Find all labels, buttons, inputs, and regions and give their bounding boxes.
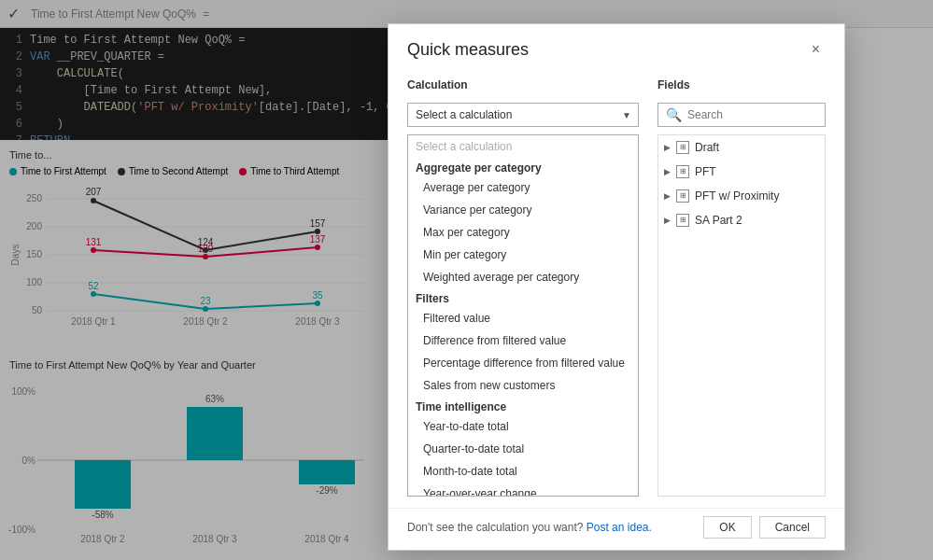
calculation-panel: Calculation Select a calculation ▼ Selec… xyxy=(407,78,639,497)
dropdown-group-filters: Filters xyxy=(408,288,638,307)
dropdown-item-max-per-cat[interactable]: Max per category xyxy=(408,221,638,244)
dialog-footer: Don't see the calculation you want? Post… xyxy=(389,508,844,550)
dropdown-group-aggregate: Aggregate per category xyxy=(408,158,638,176)
dropdown-placeholder[interactable]: Select a calculation xyxy=(408,135,638,158)
search-input[interactable] xyxy=(687,108,817,121)
calculation-dropdown-list[interactable]: Select a calculation Aggregate per categ… xyxy=(407,134,639,497)
field-table-icon-draft: ⊞ xyxy=(676,141,689,154)
fields-panel: Fields 🔍 ▶ ⊞ Draft ▶ ⊞ PFT xyxy=(657,78,826,497)
field-item-pft[interactable]: ▶ ⊞ PFT xyxy=(658,160,825,184)
dialog-body: Calculation Select a calculation ▼ Selec… xyxy=(389,67,844,508)
calculation-select[interactable]: Select a calculation xyxy=(407,103,639,127)
dialog-close-button[interactable]: × xyxy=(806,39,826,60)
calculation-select-wrapper: Select a calculation ▼ xyxy=(407,103,639,127)
footer-link[interactable]: Post an idea. xyxy=(587,521,652,534)
dropdown-item-yoy[interactable]: Year-over-year change xyxy=(408,483,638,497)
dropdown-item-sales-new-customers[interactable]: Sales from new customers xyxy=(408,374,638,397)
fields-label: Fields xyxy=(657,78,826,91)
field-table-icon-pft: ⊞ xyxy=(676,165,689,178)
dropdown-item-ytd[interactable]: Year-to-date total xyxy=(408,415,638,438)
field-table-icon-pft-proximity: ⊞ xyxy=(676,189,689,203)
field-expand-sa-part2: ▶ xyxy=(664,211,671,230)
footer-text: Don't see the calculation you want? Post… xyxy=(407,521,652,534)
dropdown-group-time-intelligence: Time intelligence xyxy=(408,397,638,415)
calculation-label: Calculation xyxy=(407,78,639,91)
field-table-icon-sa-part2: ⊞ xyxy=(676,214,689,227)
dropdown-item-diff-filtered[interactable]: Difference from filtered value xyxy=(408,329,638,352)
field-expand-pft: ▶ xyxy=(664,162,671,181)
dropdown-item-qtd[interactable]: Quarter-to-date total xyxy=(408,438,638,460)
field-label-draft: Draft xyxy=(695,138,719,157)
field-expand-draft: ▶ xyxy=(664,138,671,157)
field-expand-pft-proximity: ▶ xyxy=(664,187,671,205)
ok-button[interactable]: OK xyxy=(703,516,751,539)
dropdown-item-var-per-cat[interactable]: Variance per category xyxy=(408,199,638,221)
field-label-pft-proximity: PFT w/ Proximity xyxy=(695,187,779,205)
field-item-draft[interactable]: ▶ ⊞ Draft xyxy=(658,135,825,160)
dropdown-item-avg-per-cat[interactable]: Average per category xyxy=(408,176,638,199)
dropdown-item-wavg-per-cat[interactable]: Weighted average per category xyxy=(408,266,638,288)
search-box[interactable]: 🔍 xyxy=(657,103,826,127)
fields-tree: ▶ ⊞ Draft ▶ ⊞ PFT ▶ ⊞ PFT w/ Proximity ▶… xyxy=(657,134,826,497)
dropdown-item-filtered-val[interactable]: Filtered value xyxy=(408,307,638,329)
footer-buttons: OK Cancel xyxy=(703,516,826,539)
dropdown-item-mtd[interactable]: Month-to-date total xyxy=(408,460,638,483)
field-label-pft: PFT xyxy=(695,162,716,181)
field-item-pft-proximity[interactable]: ▶ ⊞ PFT w/ Proximity xyxy=(658,184,825,208)
dialog-title: Quick measures xyxy=(407,40,529,60)
field-label-sa-part2: SA Part 2 xyxy=(695,211,742,230)
dropdown-item-pct-diff-filtered[interactable]: Percentage difference from filtered valu… xyxy=(408,352,638,374)
quick-measures-dialog: Quick measures × Calculation Select a ca… xyxy=(388,23,845,551)
cancel-button[interactable]: Cancel xyxy=(759,516,826,539)
field-item-sa-part2[interactable]: ▶ ⊞ SA Part 2 xyxy=(658,208,825,232)
dialog-header: Quick measures × xyxy=(389,24,844,67)
dropdown-item-min-per-cat[interactable]: Min per category xyxy=(408,244,638,266)
search-icon: 🔍 xyxy=(666,107,682,122)
